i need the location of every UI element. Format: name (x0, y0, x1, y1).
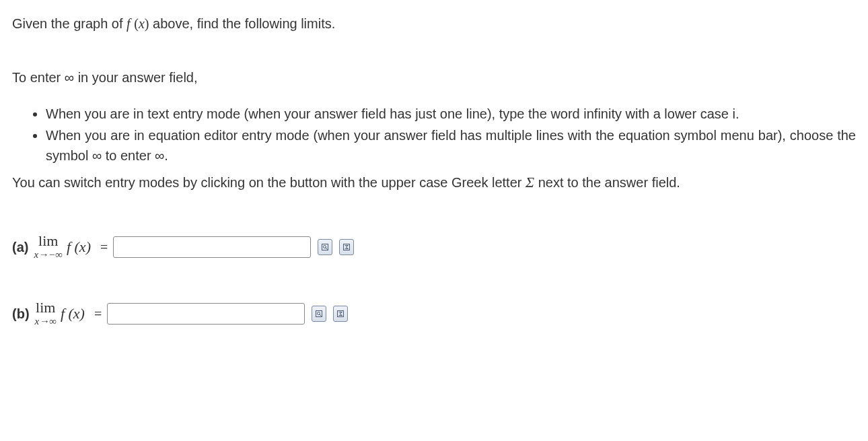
equation-editor-icon (336, 309, 345, 318)
equals-sign: = (100, 237, 108, 257)
limit-bottom: x→−∞ (34, 250, 62, 260)
note-pre: You can switch entry modes by clicking o… (12, 175, 526, 190)
limit-expression: lim x→−∞ (34, 234, 62, 260)
sigma-symbol: Σ (526, 174, 534, 191)
question-a: (a) lim x→−∞ f (x) = (12, 234, 856, 260)
intro-text: Given the graph of f (x) above, find the… (12, 13, 856, 34)
fn-expression: f (x) (61, 302, 85, 325)
limit-bottom: x→∞ (35, 316, 57, 327)
limit-expression: lim x→∞ (35, 300, 57, 327)
svg-point-5 (318, 312, 320, 314)
limit-top: lim (38, 234, 58, 248)
equals-sign: = (94, 304, 102, 324)
svg-rect-7 (338, 310, 344, 316)
intro-post: above, find the following limits. (153, 16, 335, 31)
svg-line-2 (326, 248, 328, 250)
svg-point-1 (324, 245, 326, 248)
instructions-list: When you are in text entry mode (when yo… (12, 104, 856, 166)
question-label: (b) (12, 304, 30, 324)
fn-symbol: f (126, 16, 131, 31)
answer-input-b[interactable] (107, 303, 305, 325)
instructions-bullet: When you are in text entry mode (when yo… (46, 104, 856, 124)
intro-pre: Given the graph of (12, 16, 126, 31)
instructions-bullet: When you are in equation editor entry mo… (46, 125, 856, 166)
mode-switch-note: You can switch entry modes by clicking o… (12, 171, 856, 193)
question-b: (b) lim x→∞ f (x) = (12, 300, 856, 327)
questions: (a) lim x→−∞ f (x) = (b) lim x→∞ f (x) = (12, 234, 856, 327)
limit-top: lim (36, 300, 55, 315)
preview-icon (321, 242, 329, 252)
equation-editor-button[interactable] (339, 239, 354, 255)
question-label: (a) (12, 237, 28, 257)
equation-editor-icon (342, 242, 351, 252)
equation-editor-button[interactable] (333, 306, 348, 322)
preview-button[interactable] (318, 239, 332, 255)
preview-button[interactable] (312, 306, 326, 322)
svg-rect-3 (344, 244, 350, 250)
svg-line-6 (320, 314, 322, 316)
fn-paren: (x) (134, 16, 149, 31)
answer-input-a[interactable] (113, 236, 311, 258)
instructions-lead: To enter ∞ in your answer field, (12, 67, 856, 88)
preview-icon (315, 309, 323, 318)
fn-expression: f (x) (67, 236, 91, 258)
note-post: next to the answer field. (534, 175, 680, 190)
